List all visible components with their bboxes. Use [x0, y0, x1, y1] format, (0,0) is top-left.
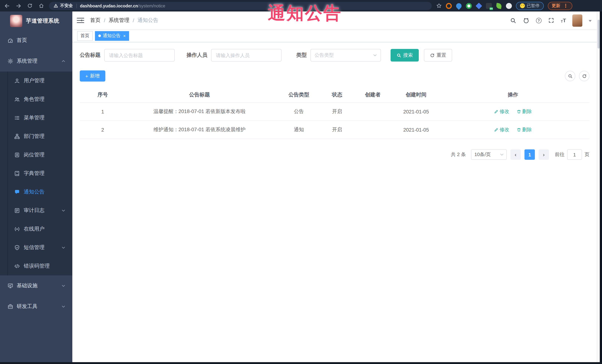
sidebar-item-dictionary[interactable]: 字典管理 — [0, 164, 72, 183]
delete-button[interactable]: 删除 — [516, 126, 532, 133]
help-icon[interactable]: ? — [536, 18, 542, 23]
cell-no: 2 — [80, 121, 126, 138]
user-menu-caret-icon[interactable] — [589, 20, 591, 23]
operator-filter-input[interactable] — [211, 49, 281, 62]
id-badge-icon — [14, 152, 20, 158]
reload-icon[interactable] — [27, 3, 33, 9]
sidebar-item-posts[interactable]: 岗位管理 — [0, 146, 72, 164]
operator-filter-label: 操作人员 — [187, 52, 207, 59]
users-icon — [14, 96, 20, 102]
delete-label: 删除 — [522, 108, 532, 115]
scrollbar-thumb[interactable] — [598, 20, 600, 49]
prev-page-button[interactable]: ‹ — [510, 149, 521, 160]
avatar[interactable] — [572, 14, 582, 27]
tree-list-icon — [14, 115, 20, 121]
type-filter-select[interactable]: 公告类型 — [311, 49, 381, 62]
github-icon[interactable] — [523, 17, 530, 24]
sidebar-item-label: 岗位管理 — [24, 152, 44, 158]
close-icon[interactable]: × — [123, 33, 126, 38]
search-icon[interactable] — [510, 17, 517, 24]
cell-type: 通知 — [273, 121, 324, 139]
monitor-icon — [7, 283, 13, 289]
sidebar-item-audit-log[interactable]: 审计日志 — [0, 201, 72, 220]
title-filter-input[interactable] — [104, 49, 175, 62]
sidebar-item-infrastructure[interactable]: 基础设施 — [0, 275, 72, 296]
goto-page-input[interactable] — [567, 149, 582, 160]
forward-icon[interactable] — [15, 3, 22, 9]
extension-leaf-icon[interactable] — [496, 3, 502, 9]
notice-table: 序号 公告标题 公告类型 状态 创建者 创建时间 操作 1 温馨提醒：2018-… — [80, 87, 589, 139]
add-button[interactable]: + 新增 — [80, 70, 105, 82]
trash-icon — [516, 127, 521, 132]
table-tools — [565, 71, 589, 81]
next-page-button[interactable]: › — [538, 149, 549, 160]
sidebar-item-label: 首页 — [17, 37, 27, 44]
active-dot — [98, 34, 101, 37]
pagination: 共 2 条 10条/页 ‹ 1 › 前往 页 — [80, 149, 589, 160]
total-count: 共 2 条 — [451, 151, 466, 158]
sidebar-item-dev-tools[interactable]: 研发工具 — [0, 296, 72, 317]
on-badge: on — [489, 7, 493, 10]
search-button[interactable]: 搜索 — [391, 49, 419, 62]
fullscreen-icon[interactable] — [548, 17, 555, 24]
edit-button[interactable]: 修改 — [494, 108, 509, 115]
url-path: /system/notice — [138, 3, 165, 8]
extension-diamond-icon[interactable] — [475, 2, 482, 9]
tag-notice[interactable]: 通知公告 × — [95, 31, 129, 41]
dashboard-icon — [7, 37, 13, 43]
sidebar-item-departments[interactable]: 部门管理 — [0, 127, 72, 146]
sidebar-item-label: 菜单管理 — [24, 114, 44, 121]
page-content: 公告标题 操作人员 类型 公告类型 — [72, 42, 597, 160]
annotation-title: 通知公告 — [268, 1, 342, 25]
bookmark-star-icon[interactable] — [436, 3, 442, 9]
sidebar-toggle-icon[interactable] — [77, 17, 84, 23]
profile-paused-chip[interactable]: 已暂停 — [516, 2, 544, 10]
table-toolbar: + 新增 — [80, 70, 589, 82]
extension-pin-icon[interactable] — [455, 2, 463, 10]
log-icon — [14, 208, 20, 214]
browser-menu-icon[interactable]: ⋮ — [563, 4, 568, 8]
column-header: 创建者 — [350, 87, 396, 102]
home-icon[interactable] — [38, 3, 44, 9]
sidebar-item-menus[interactable]: 菜单管理 — [0, 109, 72, 127]
goto-group: 前往 页 — [555, 149, 589, 160]
current-page-button[interactable]: 1 — [525, 149, 535, 160]
code-icon — [14, 263, 20, 269]
edit-button[interactable]: 修改 — [494, 126, 509, 133]
cell-no: 1 — [80, 103, 126, 120]
tag-home[interactable]: 首页 — [77, 31, 93, 41]
font-size-icon[interactable]: TT — [561, 17, 566, 23]
sidebar-item-system[interactable]: 系统管理 — [0, 51, 72, 72]
sidebar-item-sms[interactable]: 短信管理 — [0, 238, 72, 257]
sidebar-item-home[interactable]: 首页 — [0, 30, 72, 51]
address-bar[interactable]: 不安全 dashboard.yudao.iocoder.cn/system/no… — [49, 2, 432, 10]
sidebar-item-label: 角色管理 — [24, 96, 44, 103]
reset-button[interactable]: 重置 — [424, 49, 452, 62]
toggle-search-button[interactable] — [565, 71, 575, 81]
refresh-button[interactable] — [579, 71, 589, 81]
browser-update-button[interactable]: 更新 ⋮ — [548, 2, 572, 10]
page-size-select[interactable]: 10条/页 — [471, 149, 507, 160]
emoji-face-icon — [520, 3, 525, 8]
extension-puzzle-icon[interactable] — [506, 3, 512, 9]
tags-view: 首页 通知公告 × — [72, 30, 597, 42]
security-warning[interactable]: 不安全 — [54, 3, 73, 9]
title-filter-label: 公告标题 — [80, 52, 100, 59]
delete-button[interactable]: 删除 — [516, 108, 532, 115]
back-icon[interactable] — [4, 3, 10, 9]
breadcrumb-system[interactable]: 系统管理 — [109, 17, 129, 24]
sidebar-item-online-users[interactable]: 在线用户 — [0, 220, 72, 238]
sidebar-item-roles[interactable]: 角色管理 — [0, 90, 72, 109]
sidebar-item-users[interactable]: 用户管理 — [0, 72, 72, 90]
breadcrumb-home[interactable]: 首页 — [90, 17, 100, 24]
extension-green-icon[interactable] — [466, 3, 472, 9]
scrollbar[interactable] — [597, 11, 600, 364]
app-logo[interactable]: 芋道管理系统 — [0, 11, 72, 30]
extension-switch-icon[interactable]: on — [486, 3, 492, 9]
window-edge — [600, 11, 602, 364]
sidebar-item-notice[interactable]: 通知公告 — [0, 183, 72, 201]
cell-creator — [350, 106, 396, 117]
extension-orange-icon[interactable] — [446, 3, 452, 9]
sidebar-item-error-codes[interactable]: 错误码管理 — [0, 257, 72, 275]
sidebar-item-label: 字典管理 — [24, 170, 44, 177]
